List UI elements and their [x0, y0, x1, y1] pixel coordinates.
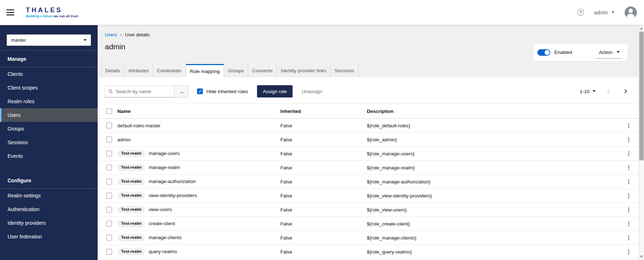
kebab-menu-button[interactable] — [627, 178, 631, 186]
search-box — [105, 86, 174, 97]
tab-attributes[interactable]: Attributes — [124, 64, 153, 77]
hide-inherited-roles-control[interactable]: ✓ Hide inherited roles — [197, 88, 248, 94]
row-checkbox[interactable] — [106, 151, 112, 156]
realm-badge: Test-realm — [117, 178, 145, 185]
kebab-menu-button[interactable] — [627, 122, 631, 129]
enabled-toggle[interactable] — [537, 49, 550, 56]
row-checkbox[interactable] — [106, 235, 112, 241]
role-name: view-identity-providers — [149, 193, 197, 198]
pagination-prev-icon[interactable] — [607, 89, 611, 93]
sidebar-item-sessions[interactable]: Sessions — [0, 136, 98, 149]
row-checkbox[interactable] — [106, 123, 112, 128]
brand-title: THALES — [26, 7, 78, 13]
role-description: ${role_manage-clients} — [367, 235, 619, 241]
tab-groups[interactable]: Groups — [224, 64, 248, 77]
vertical-scrollbar[interactable] — [639, 25, 644, 260]
tab-credentials[interactable]: Credentials — [153, 64, 186, 77]
help-icon[interactable]: ? — [577, 9, 584, 16]
row-checkbox[interactable] — [106, 221, 112, 227]
role-description: ${role_view-identity-providers} — [367, 193, 619, 199]
realm-selector-area: master — [0, 25, 98, 51]
breadcrumb-link-users[interactable]: Users — [105, 32, 117, 37]
kebab-menu-button[interactable] — [627, 206, 631, 214]
tab-role-mapping[interactable]: Role mapping — [186, 64, 224, 77]
sidebar-item-clients[interactable]: Clients — [0, 67, 98, 81]
kebab-menu-button[interactable] — [627, 136, 631, 143]
table-header-row: Name Inherited Description — [98, 104, 639, 119]
chevron-down-icon — [84, 39, 87, 42]
user-menu-label: admin — [594, 10, 608, 15]
role-inherited: False — [280, 165, 367, 170]
action-dropdown[interactable]: Action — [596, 46, 622, 59]
role-inherited: False — [280, 235, 367, 241]
select-all-checkbox[interactable] — [106, 108, 112, 114]
sidebar-item-realm-settings[interactable]: Realm settings — [0, 189, 98, 202]
column-header-inherited: Inherited — [280, 109, 367, 114]
tab-details[interactable]: Details — [101, 64, 124, 77]
hide-inherited-roles-label: Hide inherited roles — [206, 89, 248, 94]
page-title: admin — [105, 42, 125, 51]
chevron-down-icon — [593, 90, 596, 93]
row-checkbox[interactable] — [106, 179, 112, 184]
row-checkbox[interactable] — [106, 165, 112, 170]
breadcrumb-separator-icon: › — [120, 32, 122, 37]
column-header-name: Name — [117, 109, 280, 114]
chevron-down-icon — [612, 12, 615, 15]
scroll-up-icon[interactable] — [640, 27, 643, 29]
nav-section-title-manage: Manage — [0, 51, 98, 67]
role-description: ${role_create-client} — [367, 221, 619, 227]
scroll-down-icon[interactable] — [640, 256, 643, 258]
scrollbar-thumb[interactable] — [639, 32, 644, 160]
kebab-menu-button[interactable] — [627, 220, 631, 228]
role-name: manage-users — [149, 151, 179, 156]
sidebar-item-client-scopes[interactable]: Client scopes — [0, 81, 98, 95]
brand-tagline: Building a future we can all trust — [26, 14, 78, 18]
brand-tagline-rest: we can all trust — [53, 14, 78, 18]
role-description: ${role_manage-authorization} — [367, 179, 619, 184]
kebab-menu-button[interactable] — [627, 192, 631, 200]
hamburger-menu-icon[interactable] — [6, 9, 15, 15]
search-submit-button[interactable]: → — [174, 86, 189, 97]
table-row: Test-realmmanage-users False ${role_mana… — [98, 147, 639, 161]
role-inherited: False — [280, 221, 367, 227]
row-checkbox[interactable] — [106, 249, 112, 255]
realm-badge: Test-realm — [117, 192, 145, 199]
enabled-toggle-label: Enabled — [554, 50, 572, 55]
role-inherited: False — [280, 123, 367, 128]
hide-inherited-roles-checkbox[interactable]: ✓ — [197, 88, 203, 94]
sidebar-item-user-federation[interactable]: User federation — [0, 230, 98, 243]
realm-badge: Test-realm — [117, 150, 145, 157]
role-name: admin — [117, 137, 131, 142]
unassign-button[interactable]: Unassign — [302, 89, 322, 94]
role-description: ${role_manage-users} — [367, 151, 619, 156]
tab-identity-provider-links[interactable]: Identity provider links — [277, 64, 331, 77]
search-input[interactable] — [116, 89, 171, 94]
avatar[interactable] — [625, 6, 637, 19]
search-group: → — [105, 86, 189, 97]
sidebar-item-users[interactable]: Users — [0, 108, 98, 122]
kebab-menu-button[interactable] — [627, 248, 631, 256]
kebab-menu-button[interactable] — [627, 234, 631, 242]
pagination-range-dropdown[interactable]: 1-10 — [580, 89, 596, 94]
row-checkbox[interactable] — [106, 207, 112, 213]
action-dropdown-label: Action — [599, 50, 612, 55]
tab-sessions[interactable]: Sessions — [331, 64, 359, 77]
assign-role-button[interactable]: Assign role — [257, 85, 293, 97]
sidebar-item-realm-roles[interactable]: Realm roles — [0, 95, 98, 108]
row-checkbox[interactable] — [106, 137, 112, 142]
sidebar-item-groups[interactable]: Groups — [0, 122, 98, 136]
realm-badge: Test-realm — [117, 206, 145, 213]
realm-selector[interactable]: master — [6, 34, 91, 46]
kebab-menu-button[interactable] — [627, 150, 631, 158]
role-name: manage-clients — [149, 235, 182, 240]
kebab-menu-button[interactable] — [627, 164, 631, 172]
sidebar-item-events[interactable]: Events — [0, 149, 98, 163]
tab-consents[interactable]: Consents — [248, 64, 277, 77]
sidebar-item-authentication[interactable]: Authentication — [0, 202, 98, 216]
role-description: ${role_admin} — [367, 137, 619, 142]
pagination-next-icon[interactable] — [623, 89, 627, 93]
role-inherited: False — [280, 137, 367, 142]
row-checkbox[interactable] — [106, 193, 112, 199]
sidebar-item-identity-providers[interactable]: Identity providers — [0, 216, 98, 230]
user-menu[interactable]: admin — [594, 10, 615, 15]
